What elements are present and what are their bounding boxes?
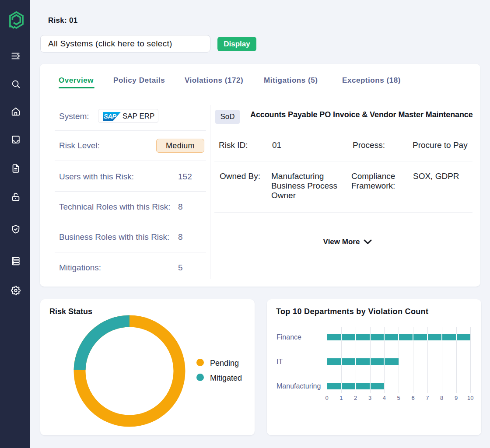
- svg-text:SAP: SAP: [104, 113, 116, 120]
